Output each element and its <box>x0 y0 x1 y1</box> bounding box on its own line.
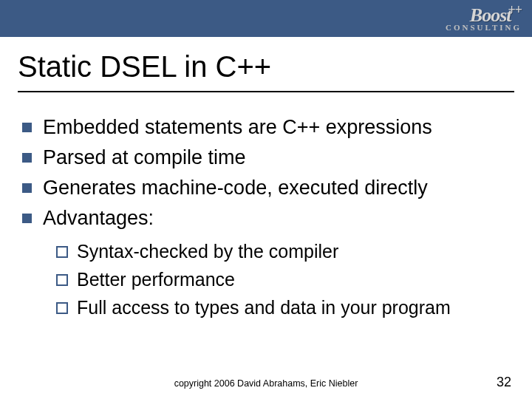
logo: Boost++ CONSULTING <box>446 3 522 32</box>
page-number: 32 <box>497 375 511 390</box>
footer-copyright: copyright 2006 David Abrahams, Eric Nieb… <box>0 378 532 389</box>
bullet-text: Advantages: <box>43 207 154 229</box>
bullet-text: Generates machine-code, executed directl… <box>43 177 428 199</box>
title-rule <box>18 91 514 92</box>
slide-title: Static DSEL in C++ <box>18 50 532 83</box>
list-item: Syntax-checked by the compiler <box>56 238 510 265</box>
bullet-text: Parsed at compile time <box>43 146 246 168</box>
header-bar: Boost++ CONSULTING <box>0 0 532 37</box>
slide-content: Embedded statements are C++ expressions … <box>0 113 532 321</box>
logo-text: Boost <box>470 4 511 26</box>
list-item: Embedded statements are C++ expressions <box>22 113 510 142</box>
sub-bullet-list: Syntax-checked by the compiler Better pe… <box>56 238 510 321</box>
list-item: Generates machine-code, executed directl… <box>22 174 510 202</box>
bullet-text: Better performance <box>77 269 235 290</box>
bullet-text: Embedded statements are C++ expressions <box>43 116 432 138</box>
list-item: Better performance <box>56 266 510 293</box>
bullet-list: Embedded statements are C++ expressions … <box>22 113 510 321</box>
list-item: Full access to types and data in your pr… <box>56 294 510 321</box>
logo-main: Boost++ <box>446 3 522 25</box>
bullet-text: Full access to types and data in your pr… <box>77 297 451 318</box>
list-item: Advantages: Syntax-checked by the compil… <box>22 204 510 321</box>
logo-plus: ++ <box>508 2 522 17</box>
list-item: Parsed at compile time <box>22 143 510 172</box>
bullet-text: Syntax-checked by the compiler <box>77 241 338 262</box>
